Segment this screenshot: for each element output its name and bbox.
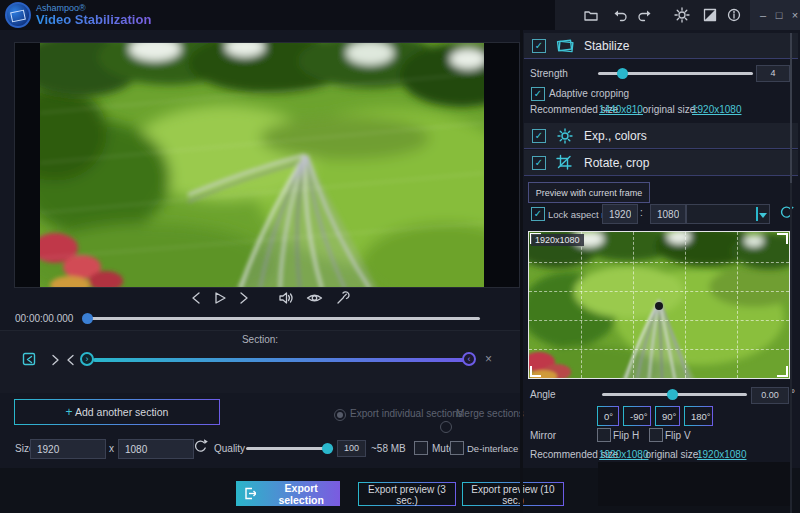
stabilize-header[interactable]: ✓ Stabilize	[524, 33, 798, 59]
reset-icon	[192, 438, 209, 455]
aspect-width-input[interactable]	[602, 204, 638, 224]
wrench-icon[interactable]	[334, 290, 350, 306]
gear-icon	[674, 7, 690, 23]
rotate-crop-checkbox[interactable]: ✓	[532, 156, 546, 170]
crop-handle-br[interactable]	[777, 366, 788, 377]
rotate-90-button[interactable]: 90°	[655, 406, 680, 426]
undo-button[interactable]	[613, 7, 629, 27]
angle-handle[interactable]	[667, 389, 678, 400]
timecode: 00:00:00.000	[15, 313, 73, 324]
rotate-180-button[interactable]: 180°	[684, 406, 713, 426]
export-icon	[244, 487, 256, 500]
grid-line	[529, 349, 789, 350]
section-end-handle[interactable]: ‹	[462, 352, 476, 366]
grid-line	[581, 232, 582, 378]
exposure-colors-header[interactable]: ✓ Exp., colors	[524, 123, 798, 149]
deinterlace-checkbox[interactable]	[450, 441, 464, 455]
mute-checkbox[interactable]	[414, 441, 428, 455]
video-player-frame	[14, 42, 520, 288]
aspect-ratio-dropdown[interactable]	[686, 204, 770, 224]
minimize-button[interactable]: –	[756, 9, 770, 21]
quality-value[interactable]: 100	[337, 440, 366, 457]
radio-export-individual[interactable]	[334, 409, 346, 421]
flip-h-checkbox[interactable]	[597, 428, 611, 442]
exposure-checkbox[interactable]: ✓	[532, 129, 546, 143]
lock-aspect-checkbox[interactable]: ✓	[531, 207, 545, 221]
preview-current-frame-button[interactable]: Preview with current frame	[528, 182, 650, 203]
crop-handle-bl[interactable]	[530, 366, 541, 377]
rotate-0-button[interactable]: 0°	[597, 406, 619, 426]
strength-handle[interactable]	[617, 68, 628, 79]
add-section-label: Add another section	[75, 406, 168, 418]
section-start-handle[interactable]: ›	[80, 352, 94, 366]
playback-controls	[190, 290, 350, 306]
section-step-forward[interactable]	[50, 353, 61, 371]
previous-frame-button[interactable]	[190, 290, 202, 306]
filesize-estimate: ~58 MB	[371, 443, 406, 454]
chevron-down-icon	[759, 213, 767, 218]
grid-line	[529, 291, 789, 292]
angle-value[interactable]: 0.00	[751, 387, 789, 404]
flip-v-label: Flip V	[665, 430, 691, 441]
theme-button[interactable]	[702, 7, 718, 27]
rotate-crop-header[interactable]: ✓ Rotate, crop	[524, 150, 798, 176]
maximize-button[interactable]: □	[772, 9, 786, 21]
timeline-handle[interactable]	[82, 313, 93, 324]
crop-size-overlay: 1920x1080	[531, 234, 584, 246]
remove-section-button[interactable]: ×	[485, 352, 492, 366]
adaptive-cropping-checkbox[interactable]: ✓	[531, 87, 545, 101]
strength-label: Strength	[530, 68, 568, 79]
settings-button[interactable]	[674, 7, 690, 27]
grid-line	[529, 262, 789, 263]
export-preview-3-button[interactable]: Export preview (3 sec.)	[358, 482, 456, 506]
export-selection-button[interactable]: Export selection	[236, 481, 340, 506]
quality-track[interactable]	[246, 447, 333, 450]
add-section-button[interactable]: + Add another section	[14, 399, 220, 425]
rotate-original-label: , original size:	[640, 449, 701, 460]
height-input[interactable]	[118, 439, 194, 459]
redo-icon	[636, 7, 652, 23]
section-step-back[interactable]	[65, 353, 76, 371]
volume-icon[interactable]	[278, 290, 295, 306]
rotate-neg90-button[interactable]: -90°	[623, 406, 651, 426]
crop-center-handle[interactable]	[655, 302, 663, 310]
reset-icon-teal	[778, 204, 795, 221]
close-button[interactable]: ×	[788, 9, 800, 21]
eye-icon[interactable]	[306, 290, 323, 306]
section-range-track[interactable]	[93, 358, 470, 362]
flip-v-checkbox[interactable]	[649, 428, 663, 442]
sun-icon	[555, 127, 575, 145]
next-frame-button[interactable]	[238, 290, 250, 306]
export-preview-10-button[interactable]: Export preview (10 sec.)	[462, 482, 564, 506]
quality-handle[interactable]	[322, 443, 333, 454]
flip-h-label: Flip H	[613, 430, 639, 441]
scrollbar-track[interactable]	[790, 33, 792, 513]
stabilize-checkbox[interactable]: ✓	[532, 39, 546, 53]
width-input[interactable]	[30, 439, 106, 459]
strength-value[interactable]: 4	[756, 65, 790, 82]
exposure-colors-title: Exp., colors	[584, 129, 647, 143]
open-file-button[interactable]	[583, 7, 599, 27]
grid-line	[529, 320, 789, 321]
info-button[interactable]	[726, 7, 742, 27]
play-button[interactable]	[213, 290, 227, 306]
scrollbar-thumb[interactable]	[790, 33, 792, 183]
section-marker-button[interactable]	[22, 352, 37, 371]
reset-aspect-button[interactable]	[778, 204, 795, 225]
grid-line	[633, 232, 634, 378]
radio-export-individual-label: Export individual sections	[350, 408, 463, 419]
stabilize-original-label: , original size:	[637, 104, 698, 115]
secondary-preview-panel	[598, 462, 792, 506]
angle-label: Angle	[530, 389, 556, 400]
rotate-original-link[interactable]: 1920x1080	[697, 449, 747, 460]
aspect-height-input[interactable]	[650, 204, 686, 224]
stabilize-original-link[interactable]: 1920x1080	[692, 104, 742, 115]
crop-icon	[555, 154, 575, 171]
crop-handle-tr[interactable]	[777, 233, 788, 244]
redo-button[interactable]	[636, 7, 652, 27]
crop-preview[interactable]: 1920x1080	[528, 231, 790, 379]
radio-merge-sections[interactable]	[440, 421, 452, 433]
dropdown-accent	[756, 207, 758, 221]
reset-size-button[interactable]	[192, 438, 209, 459]
timeline-track[interactable]	[83, 317, 480, 320]
